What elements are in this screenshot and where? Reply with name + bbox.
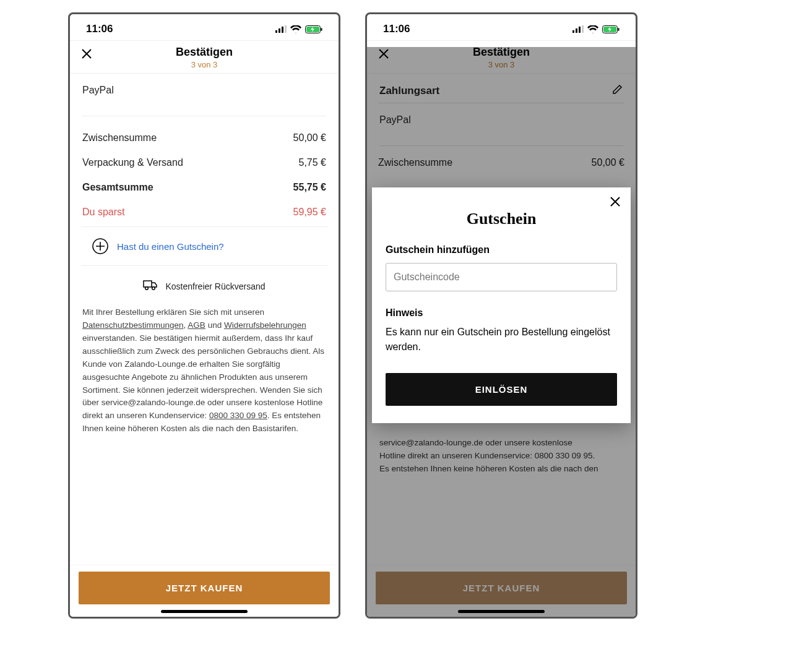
status-time: 11:06 [383, 23, 410, 35]
page-title: Bestätigen [176, 46, 233, 59]
status-bar: 11:06 [367, 14, 636, 40]
battery-charging-icon [305, 25, 322, 33]
payment-method: PayPal [82, 74, 326, 116]
cellular-icon [275, 25, 287, 33]
add-voucher-button[interactable]: Hast du einen Gutschein? [81, 227, 327, 266]
order-summary: Zwischensumme 50,00 € Verpackung & Versa… [81, 116, 327, 227]
total-row: Gesamtsumme 55,75 € [82, 177, 326, 202]
svg-point-9 [145, 287, 149, 290]
total-label: Gesamtsumme [82, 182, 153, 193]
phone-right: 11:06 Bestätigen 3 von 3 Zahlungsart Pay… [365, 12, 637, 619]
cellular-icon [572, 25, 584, 33]
svg-rect-5 [321, 28, 322, 31]
savings-row: Du sparst 59,95 € [82, 202, 326, 226]
free-return-info: Kostenfreier Rückversand [81, 266, 327, 306]
voucher-note-heading: Hinweis [386, 307, 617, 319]
agb-link[interactable]: AGB [188, 320, 205, 330]
redeem-button[interactable]: EINLÖSEN [386, 373, 617, 406]
modal-title: Gutschein [386, 210, 617, 228]
close-icon[interactable] [81, 48, 92, 62]
subtotal-label: Zwischensumme [82, 132, 157, 144]
svg-rect-0 [275, 30, 277, 33]
svg-rect-3 [285, 25, 287, 33]
voucher-add-label: Gutschein hinzufügen [386, 244, 617, 255]
voucher-prompt: Hast du einen Gutschein? [117, 241, 224, 252]
hotline-number[interactable]: 0800 330 09 95 [209, 411, 267, 420]
subtotal-value: 50,00 € [293, 132, 326, 144]
svg-rect-11 [572, 30, 574, 33]
svg-rect-1 [279, 28, 280, 33]
withdrawal-link[interactable]: Widerrufsbelehrungen [224, 320, 306, 330]
svg-rect-12 [576, 28, 577, 33]
savings-label: Du sparst [82, 207, 124, 218]
status-icons [572, 25, 620, 33]
status-time: 11:06 [86, 23, 113, 35]
shipping-row: Verpackung & Versand 5,75 € [82, 152, 326, 177]
status-icons [275, 25, 322, 33]
total-value: 55,75 € [293, 182, 326, 193]
voucher-code-input[interactable] [386, 263, 617, 291]
nav-bar: Bestätigen 3 von 3 [70, 40, 339, 74]
buy-bar: JETZT KAUFEN [70, 565, 339, 617]
svg-rect-2 [282, 27, 283, 33]
voucher-note-text: Es kann nur ein Gutschein pro Bestellung… [386, 325, 617, 354]
shipping-value: 5,75 € [299, 157, 326, 168]
truck-icon [143, 280, 158, 293]
subtotal-row: Zwischensumme 50,00 € [82, 127, 326, 152]
plus-circle-icon [92, 238, 108, 254]
savings-value: 59,95 € [293, 207, 326, 218]
free-return-text: Kostenfreier Rückversand [165, 281, 265, 291]
status-bar: 11:06 [70, 14, 339, 40]
svg-rect-13 [579, 27, 581, 33]
home-indicator[interactable] [161, 610, 248, 613]
buy-now-button[interactable]: JETZT KAUFEN [79, 572, 330, 604]
close-modal-icon[interactable] [610, 196, 621, 210]
privacy-link[interactable]: Datenschutzbestimmungen [82, 320, 184, 330]
legal-text: Mit Ihrer Bestellung erklären Sie sich m… [81, 306, 327, 442]
shipping-label: Verpackung & Versand [82, 157, 183, 168]
svg-point-10 [152, 287, 155, 290]
wifi-icon [587, 25, 598, 33]
checkout-content: PayPal Zwischensumme 50,00 € Verpackung … [70, 74, 339, 565]
nav-title: Bestätigen 3 von 3 [176, 46, 233, 69]
svg-rect-14 [582, 25, 584, 33]
checkout-step: 3 von 3 [176, 60, 233, 69]
svg-rect-16 [618, 28, 620, 31]
svg-rect-8 [144, 281, 152, 287]
phone-left: 11:06 Bestätigen 3 von 3 PayPal Zwischen… [68, 12, 340, 619]
wifi-icon [290, 25, 301, 33]
home-indicator[interactable] [458, 610, 545, 613]
battery-charging-icon [602, 25, 620, 33]
voucher-modal: Gutschein Gutschein hinzufügen Hinweis E… [372, 187, 631, 423]
